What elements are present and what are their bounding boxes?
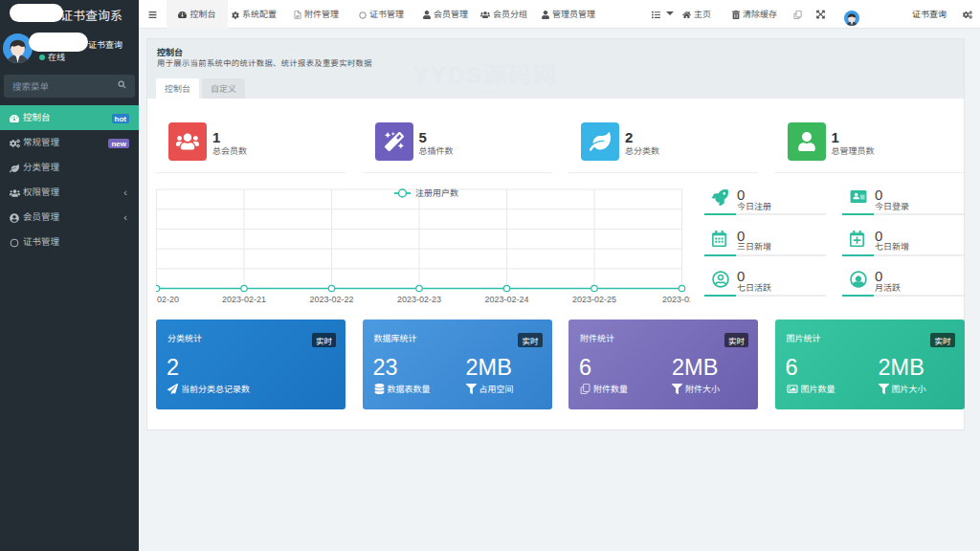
svg-text:2023-02-25: 2023-02-25 (572, 293, 616, 304)
svg-text:注册用户数: 注册用户数 (415, 187, 458, 199)
svg-text:02-20: 02-20 (157, 293, 179, 304)
svg-text:2023-02-21: 2023-02-21 (222, 293, 266, 304)
svg-text:2023-02-26: 2023-02-26 (662, 293, 690, 304)
svg-text:2023-02-24: 2023-02-24 (484, 293, 528, 304)
svg-text:2023-02-23: 2023-02-23 (397, 293, 441, 304)
svg-text:2023-02-22: 2023-02-22 (309, 293, 353, 304)
